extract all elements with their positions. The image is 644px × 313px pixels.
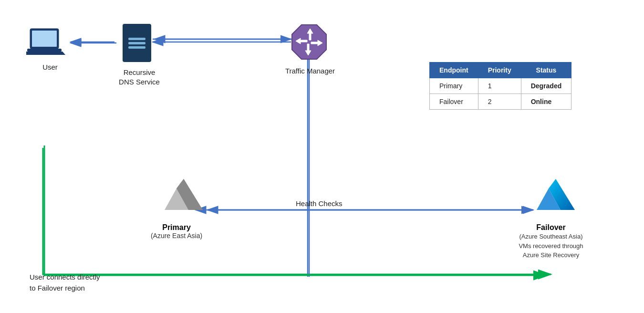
svg-rect-12	[32, 31, 57, 47]
svg-rect-13	[27, 49, 62, 52]
traffic-manager-label: Traffic Manager	[277, 67, 343, 75]
table-row: Primary 1 Degraded	[430, 78, 571, 94]
endpoint-table: Endpoint Priority Status Primary 1 Degra…	[429, 62, 571, 110]
traffic-manager-icon	[290, 23, 328, 63]
endpoint-primary: Primary	[430, 78, 478, 94]
status-online: Online	[521, 94, 571, 110]
primary-label: Primary (Azure East Asia)	[134, 223, 219, 240]
svg-marker-14	[26, 52, 65, 55]
diagram: User Recursive DNS Service	[0, 0, 644, 313]
table-header-status: Status	[521, 63, 571, 78]
user-to-failover-arrow	[43, 148, 551, 274]
failover-label: Failover (Azure Southeast Asia) VMs reco…	[503, 223, 599, 260]
user-label: User	[36, 63, 64, 71]
table-header-priority: Priority	[478, 63, 521, 78]
table-row: Failover 2 Online	[430, 94, 571, 110]
azure-failover-icon	[534, 177, 577, 217]
user-connects-label: User connects directly to Failover regio…	[30, 272, 100, 293]
status-degraded: Degraded	[521, 78, 571, 94]
dns-server-icon	[123, 24, 151, 62]
priority-1: 1	[478, 78, 521, 94]
dns-label: Recursive DNS Service	[111, 68, 168, 86]
green-failover-arrow	[44, 146, 546, 275]
user-laptop-icon	[26, 26, 67, 62]
table-header-endpoint: Endpoint	[430, 63, 478, 78]
azure-primary-icon	[162, 177, 205, 217]
health-checks-label: Health Checks	[296, 199, 343, 208]
priority-2: 2	[478, 94, 521, 110]
endpoint-failover: Failover	[430, 94, 478, 110]
